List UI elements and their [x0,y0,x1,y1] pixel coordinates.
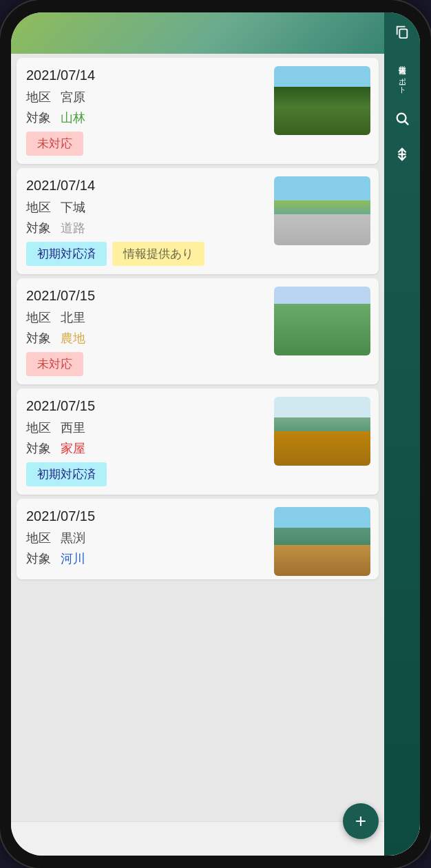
card-1-badge-row: 未対応 [26,132,369,156]
card-3-target-value: 農地 [61,330,85,347]
card-3-district-label: 地区 [26,309,61,326]
card-4-badge-row: 初期対応済 [26,462,369,486]
sidebar-title-text: 災害情報レポート [397,56,407,94]
disaster-card-1[interactable]: 2021/07/14 地区 宮原 対象 山林 未対応 [17,58,379,164]
card-4-district-value: 西里 [61,420,85,436]
svg-rect-0 [399,29,407,38]
card-3-badge-row: 未対応 [26,352,369,376]
right-sidebar: 災害情報レポート [384,12,420,856]
disaster-card-3[interactable]: 2021/07/15 地区 北里 対象 農地 未対応 [17,278,379,384]
card-1-image [274,66,370,135]
card-4-target-label: 対象 [26,440,61,457]
sort-icon[interactable] [391,143,413,165]
card-4-image [274,397,370,466]
card-3-target-label: 対象 [26,330,61,347]
svg-point-1 [397,114,406,123]
card-2-target-value: 道路 [61,220,85,236]
card-1-district-label: 地区 [26,89,61,105]
card-4-target-value: 家屋 [61,440,85,457]
card-2-image [274,176,370,245]
add-fab-button[interactable]: + [343,803,379,839]
copy-icon[interactable] [391,21,413,43]
disaster-card-4[interactable]: 2021/07/15 地区 西里 対象 家屋 初期対応済 [17,389,379,495]
card-5-district-value: 黒渕 [61,530,85,546]
svg-line-2 [405,121,408,125]
search-icon[interactable] [391,107,413,130]
card-1-status-badge: 未対応 [26,132,83,156]
phone-screen: 災害情報レポート [11,12,420,856]
disaster-card-2[interactable]: 2021/07/14 地区 下城 対象 道路 初期対応済 情報提供あり [17,168,379,274]
card-5-target-value: 河川 [61,550,85,567]
card-3-status-badge: 未対応 [26,352,83,376]
header-bar [11,12,420,54]
card-2-extra-badge: 情報提供あり [112,242,204,266]
card-4-status-badge: 初期対応済 [26,462,107,486]
card-5-district-label: 地区 [26,530,61,546]
card-2-district-label: 地区 [26,199,61,216]
card-3-image [274,287,370,355]
main-content: 2021/07/14 地区 宮原 対象 山林 未対応 2021/07/14 [11,54,420,821]
card-1-target-value: 山林 [61,110,85,126]
card-1-district-value: 宮原 [61,89,85,105]
card-5-target-label: 対象 [26,550,61,567]
card-2-target-label: 対象 [26,220,61,236]
card-2-badge-row: 初期対応済 情報提供あり [26,242,369,266]
disaster-card-5[interactable]: 2021/07/15 地区 黒渕 対象 河川 [17,499,379,579]
phone-frame: 災害情報レポート [0,0,431,868]
card-2-status-badge: 初期対応済 [26,242,107,266]
card-1-target-label: 対象 [26,110,61,126]
card-2-district-value: 下城 [61,199,85,216]
card-3-district-value: 北里 [61,309,85,326]
card-5-image [274,507,370,576]
card-4-district-label: 地区 [26,420,61,436]
